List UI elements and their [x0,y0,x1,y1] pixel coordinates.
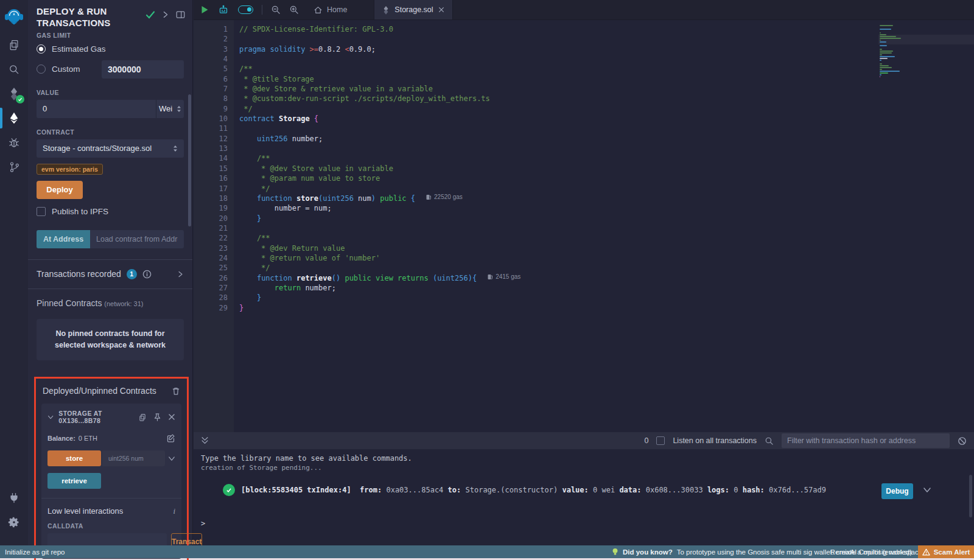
expand-tx-icon[interactable] [923,487,931,493]
sidebar-item-settings[interactable] [0,510,28,534]
icon-rail [0,0,28,545]
deploy-run-panel: DEPLOY & RUN TRANSACTIONS GAS LIMIT Esti… [28,0,193,545]
code-line: */ [239,263,974,273]
tip-title: Did you know? [623,548,673,556]
at-address-input[interactable] [90,230,184,248]
remix-logo[interactable] [0,0,28,33]
gear-icon [8,516,20,528]
scam-alert-button[interactable]: Scam Alert [918,545,974,558]
transactions-recorded-row[interactable]: Transactions recorded 1 [37,260,184,289]
gas-estimate: 2415 gas [488,273,520,280]
terminal-body[interactable]: Type the library name to see available c… [194,449,974,545]
sidebar-item-solidity-compiler[interactable] [0,82,28,106]
pin-icon[interactable] [153,413,161,422]
terminal-filter-input[interactable] [782,433,950,448]
remix-logo-icon [4,7,24,26]
code-line: /** [239,64,974,74]
code-line: * @return value of 'number' [239,253,974,263]
value-input[interactable] [37,100,156,118]
gas-estimate: 22520 gas [426,194,463,200]
close-icon[interactable] [168,413,175,421]
git-init-status[interactable]: Initialize as git repo [5,548,65,556]
pending-tx-count: 0 [644,436,648,445]
minimap[interactable] [880,25,922,78]
code-line [239,124,974,133]
expand-args-icon[interactable] [168,456,175,461]
listen-all-checkbox[interactable] [656,436,665,445]
sidebar-item-file-explorer[interactable] [0,33,28,57]
store-arg-input[interactable] [102,450,165,466]
panel-check-icon [145,10,155,19]
remixai-robot-icon[interactable] [217,4,229,16]
value-label: VALUE [37,89,184,96]
debug-button[interactable]: Debug [881,483,913,499]
tx-log-text: [block:5583405 txIndex:4] from: 0xa03...… [241,486,826,494]
evm-version-badge: evm version: paris [37,164,103,175]
retrieve-function-button[interactable]: retrieve [47,473,101,489]
sidebar-item-git[interactable] [0,155,28,179]
sidebar-item-plugin-manager[interactable] [0,486,28,510]
chevron-down-icon[interactable] [47,415,54,420]
pinned-contracts-title: Pinned Contracts [37,298,102,308]
collapse-terminal-icon[interactable] [201,436,209,445]
tab-storage-sol[interactable]: Storage.sol [374,0,452,19]
terminal-scrollbar[interactable] [969,475,972,517]
sidebar-item-search[interactable] [0,57,28,82]
copilot-toggle[interactable] [238,5,253,14]
code-line: function store(uint256 num) public {2252… [239,194,974,203]
code-line: * @custom:dev-run-script ./scripts/deplo… [239,94,974,103]
contract-label: CONTRACT [37,128,184,136]
contract-select-value: Storage - contracts/Storage.sol [43,144,173,153]
at-address-button[interactable]: At Address [37,230,90,248]
code-lines[interactable]: // SPDX-License-Identifier: GPL-3.0pragm… [234,20,974,432]
transaction-log-row[interactable]: [block:5583405 txIndex:4] from: 0xa03...… [223,484,826,496]
panel-expand-icon[interactable] [162,10,169,19]
edit-icon[interactable] [166,433,175,443]
editor-area: Home Storage.sol 12345678910111213141516… [194,0,974,432]
search-icon [8,63,20,75]
side-panel-scrollbar[interactable] [188,94,191,226]
sidebar-item-deploy-run[interactable] [0,106,28,130]
chevron-right-icon[interactable] [177,270,184,278]
zoom-out-icon[interactable] [271,5,281,15]
gas-limit-label: GAS LIMIT [37,32,184,39]
tab-home[interactable]: Home [307,5,353,15]
code-line: contract Storage { [239,114,974,124]
terminal-prompt[interactable]: > [201,519,205,528]
code-line: */ [239,104,974,114]
contract-select[interactable]: Storage - contracts/Storage.sol [37,139,184,158]
panel-title: DEPLOY & RUN TRANSACTIONS [37,6,140,29]
low-level-info-icon[interactable]: i [173,506,175,516]
custom-gas-radio[interactable] [37,65,46,74]
rail-bottom-group [0,486,28,534]
code-line: * @dev Store & retrieve value in a varia… [239,84,974,94]
info-icon[interactable] [142,270,152,279]
code-line: uint256 number; [239,134,974,144]
solidity-file-icon [382,5,390,15]
estimated-gas-label: Estimated Gas [52,44,106,54]
custom-gas-label: Custom [52,65,80,74]
sidebar-item-debugger[interactable] [0,130,28,155]
trash-icon[interactable] [172,387,180,396]
terminal-search-icon[interactable] [765,436,774,446]
clear-console-icon[interactable] [958,436,967,446]
copilot-status[interactable]: RemixAI Copilot (enabled) [830,548,912,556]
zoom-in-icon[interactable] [289,5,299,15]
low-level-title: Low level interactions [47,506,123,516]
code-line: /** [239,153,974,163]
value-unit-select[interactable]: Wei [156,100,184,118]
pin-panel-icon[interactable] [176,10,185,19]
run-script-icon[interactable] [201,5,209,14]
pinned-network-label: (network: 31) [104,300,143,307]
custom-gas-input[interactable] [102,60,184,79]
updown-icon [177,105,181,113]
code-line: } [239,293,974,303]
publish-ipfs-checkbox[interactable] [37,207,46,216]
no-pinned-contracts-message: No pinned contracts found for selected w… [37,319,184,361]
store-function-button[interactable]: store [47,450,101,466]
copy-icon[interactable] [138,413,147,422]
close-tab-icon[interactable] [438,7,444,13]
estimated-gas-radio[interactable] [37,44,46,54]
debugger-icon [8,136,20,149]
deploy-button[interactable]: Deploy [37,181,83,199]
